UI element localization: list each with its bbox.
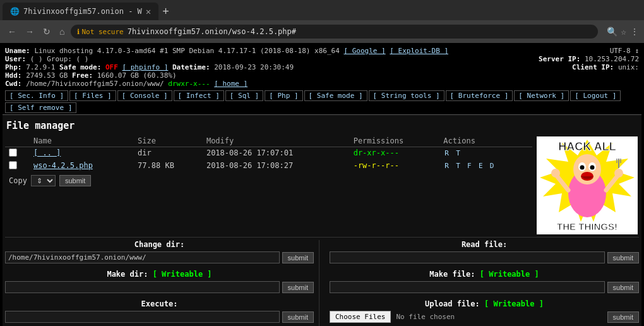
home-button[interactable]: ⌂ (57, 25, 67, 38)
action-d-2[interactable]: D (490, 162, 494, 170)
home-link[interactable]: [ home ] (214, 80, 247, 88)
action-f-2[interactable]: F (467, 162, 472, 170)
tab-favicon: 🌐 (10, 7, 20, 16)
nav-console[interactable]: [ Console ] (117, 90, 172, 101)
datetime-value: 2018-09-23 20:30:49 (214, 63, 294, 71)
change-dir-title: Change dir: (5, 240, 314, 249)
upload-file-writeable: [ Writeable ] (484, 299, 544, 308)
php-version: 7.2.9-1 (26, 63, 55, 71)
google-link[interactable]: [ Google ] (343, 47, 385, 55)
action-t-1[interactable]: T (456, 149, 460, 157)
action-e-2[interactable]: E (479, 162, 483, 170)
nav-safe-mode[interactable]: [ Safe mode ] (304, 90, 367, 101)
nav-sec-info[interactable]: [ Sec. Info ] (5, 90, 68, 101)
nav-infect[interactable]: [ Infect ] (174, 90, 224, 101)
browser-window: 🌐 7hivinxooffgim57.onion - W ✕ + ← → ↻ ⌂… (0, 0, 644, 43)
encoding-value: UTF-8 (610, 47, 631, 55)
url-display: 7hivinxooffgim57.onion/wso-4.2.5.php# (128, 27, 296, 36)
forms-area: Change dir: submit Make dir: [ Writeable… (5, 237, 639, 326)
back-button[interactable]: ← (5, 25, 19, 38)
make-file-writeable: [ Writeable ] (480, 270, 539, 279)
nav-self-remove[interactable]: [ Self remove ] (5, 102, 76, 113)
file-link-php[interactable]: wso-4.2.5.php (33, 161, 93, 170)
upload-file-section: Upload file: [ Writeable ] Choose Files … (330, 299, 639, 323)
uname-label: Uname: (5, 47, 30, 55)
nav-bruteforce[interactable]: [ Bruteforce ] (446, 90, 513, 101)
make-file-section: Make file: [ Writeable ] submit (330, 270, 639, 293)
read-file-submit-button[interactable]: submit (607, 252, 639, 263)
make-dir-input[interactable] (5, 281, 280, 293)
browser-actions: 🔍 ☆ ⋮ (607, 27, 639, 37)
row-checkbox-1[interactable] (9, 148, 17, 157)
file-size-2: 77.88 KB (134, 160, 203, 172)
make-file-submit-button[interactable]: submit (607, 282, 639, 293)
read-file-row: submit (330, 251, 639, 263)
copy-submit-button[interactable]: submit (59, 175, 91, 186)
safe-mode-label: Safe mode: (59, 63, 101, 71)
file-modify-1: 2018-08-26 17:07:01 (203, 147, 350, 160)
client-ip-value: unix: (618, 63, 639, 71)
read-file-input[interactable] (330, 251, 605, 263)
svg-point-12 (614, 169, 623, 178)
make-dir-row: submit (5, 281, 314, 293)
phpinfo-link[interactable]: [ phpinfo ] (122, 63, 168, 71)
cwd-label: Cwd: (5, 80, 22, 88)
table-row: [ .. ] dir 2018-08-26 17:07:01 dr-xr-x--… (5, 147, 532, 160)
action-r-2[interactable]: R (444, 162, 449, 170)
nav-files[interactable]: [ Files ] (69, 90, 116, 101)
client-ip-info: Client IP: unix: (572, 63, 639, 71)
make-file-input[interactable] (330, 281, 605, 293)
hdd-value: 2749.53 GB (26, 71, 68, 80)
upload-submit-button[interactable]: submit (607, 311, 639, 323)
hdd-label: Hdd: (5, 71, 22, 80)
forward-button[interactable]: → (23, 25, 37, 38)
menu-icon[interactable]: ⋮ (630, 27, 639, 37)
hack-image-container: HACK ALL THE THINGS! (535, 135, 639, 234)
copy-select[interactable]: ⇕ (31, 175, 56, 186)
exploit-db-link[interactable]: [ Exploit-DB ] (390, 47, 448, 55)
user-label: User: (5, 55, 26, 63)
bookmark-icon[interactable]: ☆ (621, 27, 626, 37)
search-icon[interactable]: 🔍 (607, 27, 617, 37)
change-dir-row: submit (5, 251, 314, 263)
file-perm-1: dr-xr-x--- (354, 148, 399, 157)
svg-point-7 (590, 166, 594, 170)
reload-button[interactable]: ↻ (40, 25, 53, 38)
cwd-value: /home/7hivinxooffgim57.onion/www/ (26, 80, 164, 88)
php-label: Php: (5, 63, 22, 71)
copy-label: Copy (9, 176, 27, 185)
action-r-1[interactable]: R (444, 149, 449, 157)
cwd-permissions: drwxr-x--- (168, 80, 210, 88)
execute-input[interactable] (5, 311, 280, 323)
active-tab[interactable]: 🌐 7hivinxooffgim57.onion - W ✕ (3, 3, 158, 20)
file-table: Name Size Modify Permissions Actions [ .… (5, 135, 532, 172)
nav-string-tools[interactable]: [ String tools ] (369, 90, 444, 101)
not-secure-label: Not secure (81, 28, 123, 36)
address-bar[interactable]: ℹ Not secure 7hivinxooffgim57.onion/wso-… (71, 25, 597, 39)
row-checkbox-2[interactable] (9, 161, 17, 169)
server-ip-label: Server IP: (539, 55, 580, 63)
execute-submit-button[interactable]: submit (282, 311, 314, 323)
file-size-1: dir (134, 147, 203, 160)
action-t-2[interactable]: T (456, 162, 460, 170)
no-file-chosen-label: No file chosen (396, 313, 455, 321)
svg-text:THE THINGS!: THE THINGS! (557, 221, 617, 232)
change-dir-input[interactable] (5, 251, 280, 263)
nav-sql[interactable]: [ Sql ] (225, 90, 263, 101)
safe-mode-value: OFF (105, 63, 118, 71)
uname-value: Linux dhosting 4.17.0-3-amd64 #1 SMP Deb… (34, 47, 339, 55)
nav-logout[interactable]: [ Logout ] (570, 90, 621, 101)
server-ip-info: Server IP: 10.253.204.72 (539, 55, 639, 63)
execute-title: Execute: (5, 299, 314, 308)
new-tab-button[interactable]: + (162, 6, 169, 17)
nav-network[interactable]: [ Network ] (514, 90, 569, 101)
tab-close-button[interactable]: ✕ (146, 6, 151, 16)
svg-point-6 (580, 166, 584, 170)
page-content: Uname: Linux dhosting 4.17.0-3-amd64 #1 … (0, 43, 644, 326)
make-dir-submit-button[interactable]: submit (282, 282, 314, 293)
file-link-dotdot[interactable]: [ .. ] (33, 148, 61, 157)
nav-php[interactable]: [ Php ] (265, 90, 302, 101)
change-dir-submit-button[interactable]: submit (282, 252, 314, 263)
choose-files-button[interactable]: Choose Files (330, 311, 391, 323)
col-actions: Actions (439, 135, 532, 147)
